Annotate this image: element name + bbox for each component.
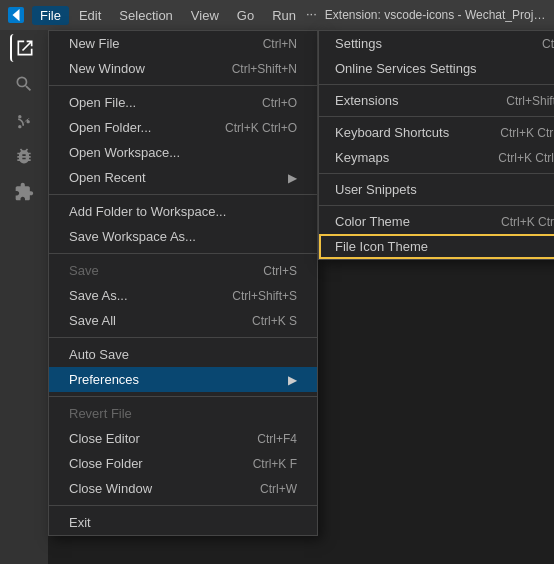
sep6 — [49, 505, 317, 506]
pref-extensions[interactable]: Extensions Ctrl+Shift+X — [319, 88, 554, 113]
menu-open-folder-label: Open Folder... — [69, 120, 205, 135]
sep2 — [49, 194, 317, 195]
pref-keymaps[interactable]: Keymaps Ctrl+K Ctrl+M — [319, 145, 554, 170]
menu-open-file-shortcut: Ctrl+O — [262, 96, 297, 110]
menu-close-window-shortcut: Ctrl+W — [260, 482, 297, 496]
menu-save-label: Save — [69, 263, 243, 278]
menu-auto-save[interactable]: Auto Save — [49, 342, 317, 367]
sep4 — [49, 337, 317, 338]
menu-save-workspace-label: Save Workspace As... — [69, 229, 297, 244]
menu-preferences-label: Preferences — [69, 372, 288, 387]
preferences-submenu: Settings Ctrl+, Online Services Settings… — [318, 30, 554, 260]
pref-settings[interactable]: Settings Ctrl+, — [319, 31, 554, 56]
menu-save-shortcut: Ctrl+S — [263, 264, 297, 278]
pref-online-services[interactable]: Online Services Settings — [319, 56, 554, 81]
menu-preferences[interactable]: Preferences ▶ — [49, 367, 317, 392]
menu-close-folder-shortcut: Ctrl+K F — [253, 457, 297, 471]
pref-keymaps-shortcut: Ctrl+K Ctrl+M — [498, 151, 554, 165]
pref-settings-shortcut: Ctrl+, — [542, 37, 554, 51]
debug-icon[interactable] — [10, 142, 38, 170]
menu-open-file[interactable]: Open File... Ctrl+O — [49, 90, 317, 115]
pref-color-theme-shortcut: Ctrl+K Ctrl+T — [501, 215, 554, 229]
menu-run[interactable]: Run — [264, 6, 304, 25]
file-menu-dropdown: New File Ctrl+N New Window Ctrl+Shift+N … — [48, 30, 318, 536]
menu-open-recent-label: Open Recent — [69, 170, 288, 185]
menu-save-as[interactable]: Save As... Ctrl+Shift+S — [49, 283, 317, 308]
pref-file-icon-theme[interactable]: File Icon Theme — [319, 234, 554, 259]
app-icon — [8, 7, 24, 23]
menu-add-folder-label: Add Folder to Workspace... — [69, 204, 297, 219]
menu-close-folder[interactable]: Close Folder Ctrl+K F — [49, 451, 317, 476]
menu-new-file-shortcut: Ctrl+N — [263, 37, 297, 51]
menu-close-editor-label: Close Editor — [69, 431, 237, 446]
menu-save-as-shortcut: Ctrl+Shift+S — [232, 289, 297, 303]
menu-open-folder-shortcut: Ctrl+K Ctrl+O — [225, 121, 297, 135]
sep3 — [49, 253, 317, 254]
menu-close-editor[interactable]: Close Editor Ctrl+F4 — [49, 426, 317, 451]
pref-online-services-label: Online Services Settings — [335, 61, 554, 76]
search-icon[interactable] — [10, 70, 38, 98]
menu-new-file[interactable]: New File Ctrl+N — [49, 31, 317, 56]
menu-new-window-label: New Window — [69, 61, 212, 76]
menu-save-workspace[interactable]: Save Workspace As... — [49, 224, 317, 249]
menu-selection[interactable]: Selection — [111, 6, 180, 25]
menu-save-as-label: Save As... — [69, 288, 212, 303]
menu-open-recent-arrow: ▶ — [288, 171, 297, 185]
menu-close-window-label: Close Window — [69, 481, 240, 496]
menu-open-recent[interactable]: Open Recent ▶ — [49, 165, 317, 190]
pref-color-theme-label: Color Theme — [335, 214, 481, 229]
pref-file-icon-theme-label: File Icon Theme — [335, 239, 554, 254]
title-bar: File Edit Selection View Go Run ··· Exte… — [0, 0, 554, 30]
menu-save-all[interactable]: Save All Ctrl+K S — [49, 308, 317, 333]
pref-keyboard-shortcut: Ctrl+K Ctrl+S — [500, 126, 554, 140]
pref-color-theme[interactable]: Color Theme Ctrl+K Ctrl+T — [319, 209, 554, 234]
menu-close-window[interactable]: Close Window Ctrl+W — [49, 476, 317, 501]
menu-open-file-label: Open File... — [69, 95, 242, 110]
menu-new-file-label: New File — [69, 36, 243, 51]
menu-save: Save Ctrl+S — [49, 258, 317, 283]
menu-file[interactable]: File — [32, 6, 69, 25]
pref-user-snippets[interactable]: User Snippets — [319, 177, 554, 202]
menu-more[interactable]: ··· — [306, 6, 317, 25]
extensions-icon[interactable] — [10, 178, 38, 206]
pref-sep4 — [319, 205, 554, 206]
pref-keymaps-label: Keymaps — [335, 150, 478, 165]
pref-extensions-label: Extensions — [335, 93, 486, 108]
menu-add-folder[interactable]: Add Folder to Workspace... — [49, 199, 317, 224]
menu-close-folder-label: Close Folder — [69, 456, 233, 471]
pref-sep2 — [319, 116, 554, 117]
menu-bar: File Edit Selection View Go Run ··· — [32, 6, 317, 25]
pref-sep1 — [319, 84, 554, 85]
sep5 — [49, 396, 317, 397]
menu-new-window-shortcut: Ctrl+Shift+N — [232, 62, 297, 76]
menu-save-all-shortcut: Ctrl+K S — [252, 314, 297, 328]
main-layout: Extension: vscode-icons ✕ — [0, 30, 554, 564]
menu-exit-label: Exit — [69, 515, 297, 530]
menu-new-window[interactable]: New Window Ctrl+Shift+N — [49, 56, 317, 81]
menu-revert-file: Revert File — [49, 401, 317, 426]
menu-save-all-label: Save All — [69, 313, 232, 328]
menu-close-editor-shortcut: Ctrl+F4 — [257, 432, 297, 446]
pref-keyboard-label: Keyboard Shortcuts — [335, 125, 480, 140]
menu-exit[interactable]: Exit — [49, 510, 317, 535]
menu-open-workspace[interactable]: Open Workspace... — [49, 140, 317, 165]
sep1 — [49, 85, 317, 86]
pref-settings-label: Settings — [335, 36, 522, 51]
menu-go[interactable]: Go — [229, 6, 262, 25]
explorer-icon[interactable] — [10, 34, 38, 62]
menu-view[interactable]: View — [183, 6, 227, 25]
activity-bar — [0, 30, 48, 564]
pref-user-snippets-label: User Snippets — [335, 182, 554, 197]
window-title: Extension: vscode-icons - Wechat_Project… — [325, 8, 546, 22]
pref-keyboard-shortcuts[interactable]: Keyboard Shortcuts Ctrl+K Ctrl+S — [319, 120, 554, 145]
source-control-icon[interactable] — [10, 106, 38, 134]
menu-auto-save-label: Auto Save — [69, 347, 297, 362]
menu-edit[interactable]: Edit — [71, 6, 109, 25]
menu-revert-file-label: Revert File — [69, 406, 297, 421]
menu-preferences-arrow: ▶ — [288, 373, 297, 387]
menu-open-workspace-label: Open Workspace... — [69, 145, 297, 160]
pref-sep3 — [319, 173, 554, 174]
menu-open-folder[interactable]: Open Folder... Ctrl+K Ctrl+O — [49, 115, 317, 140]
pref-extensions-shortcut: Ctrl+Shift+X — [506, 94, 554, 108]
